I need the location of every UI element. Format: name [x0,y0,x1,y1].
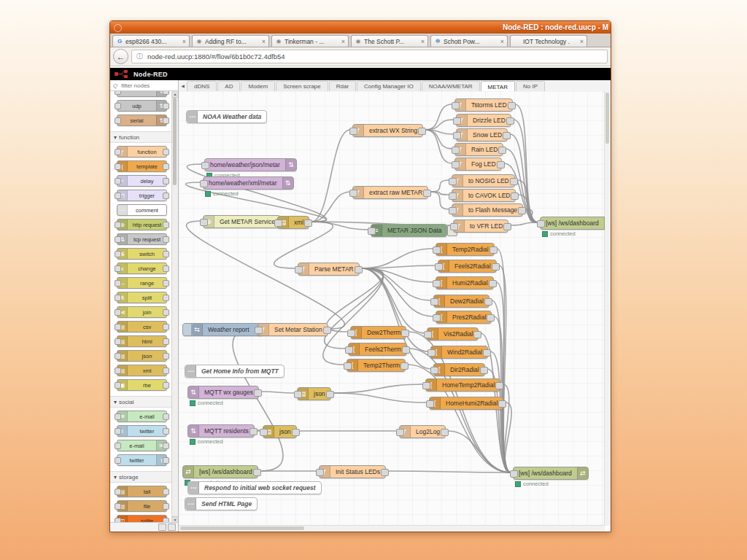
window-menu-icon[interactable] [114,24,122,32]
palette-node-json[interactable]: ▤json [117,350,167,362]
output-port[interactable] [441,429,449,436]
flow-tab-config-manager-io[interactable]: Config Manager IO [357,81,421,91]
wire-f_parse-t_dew2therm[interactable] [326,268,383,332]
input-port[interactable] [316,469,324,476]
input-port[interactable] [295,266,303,273]
wire-f_extract_wx-f_fog[interactable] [425,130,452,163]
input-port[interactable] [349,190,357,197]
window-title-bar[interactable]: Node-RED : node-red.uucp - M [110,21,611,34]
output-port[interactable] [487,314,495,322]
palette-node-e-mail[interactable]: e-mail✉ [117,440,167,451]
palette-scrollbar-thumb[interactable] [173,98,177,185]
node-vis2radial[interactable]: {Vis2Radial [427,327,479,341]
wire-f_parse-t_feels2radial[interactable] [362,265,436,268]
input-port[interactable] [433,246,441,254]
wire-mqtt_in_gauges-json1[interactable] [261,392,295,393]
output-port[interactable] [492,263,500,271]
input-port[interactable] [450,223,458,230]
palette-node-switch[interactable]: ≶switch [117,248,167,260]
palette-node-rbe[interactable]: ▣rbe [117,379,167,391]
input-port[interactable] [453,132,461,139]
tab-close-icon[interactable]: × [500,38,504,45]
palette-category-storage[interactable]: ▾storage [110,471,172,483]
node-tstorms-led[interactable]: ƒTstorms LED [454,98,513,112]
tab-close-icon[interactable]: × [182,38,186,45]
info-icon[interactable]: ⓘ [136,52,143,61]
input-port[interactable] [260,429,268,436]
input-port[interactable] [537,220,545,228]
node-to-flash-message[interactable]: ƒto Flash Message [452,203,523,217]
input-port[interactable] [449,207,457,214]
node-feels2therm[interactable]: {Feels2Therm [348,343,407,356]
wire-ws_in-f_set[interactable] [233,329,283,471]
node-log2log[interactable]: ƒLog2Log [399,425,446,438]
scroll-up-icon[interactable]: ▲ [172,91,178,98]
output-port[interactable] [254,389,262,397]
output-port[interactable] [402,346,410,354]
palette-category-function[interactable]: ▾function [110,131,172,143]
flow-tab-screen-scrape[interactable]: Screen scrape [276,81,328,91]
wire-t_humi2radial-ws_out_bot[interactable] [496,282,511,472]
output-port[interactable] [489,246,498,254]
node-hometemp2radial[interactable]: {HomeTemp2Radial [425,378,500,392]
palette-scrollbar[interactable]: ▲ ▼ [171,91,178,523]
input-port[interactable] [345,346,353,354]
palette-node-change[interactable]: ±change [117,262,167,274]
output-port[interactable] [323,327,331,334]
node-metar-json-data[interactable]: ≡METAR JSON Data [371,224,447,237]
tab-close-icon[interactable]: × [341,38,345,45]
node-extract-raw-metar[interactable]: ƒextract raw METAR [352,186,428,199]
input-port[interactable] [510,470,518,478]
node-xml[interactable]: ▤xml [277,216,309,229]
output-port[interactable] [292,429,300,436]
palette-category-social[interactable]: ▾social [110,396,172,408]
palette-node-csv[interactable]: ▤csv [117,321,167,332]
palette-node-template[interactable]: {template [117,160,167,172]
input-port[interactable] [452,147,460,154]
node-temp2radial[interactable]: {Temp2Radial [436,243,495,256]
wire-f_extract_wx-f_drizzle[interactable] [425,120,454,130]
node-home-weather-xml-metar[interactable]: home/weather/xml/metar⇅connected [203,176,294,190]
node-init-status-leds[interactable]: ƒInit Status LEDs [319,465,386,478]
node-respond-to-initial-web-socket-request[interactable]: ⋯Respond to initial web socket request [187,481,322,494]
palette-node-xml[interactable]: ▤xml [117,365,167,376]
output-port[interactable] [511,192,519,200]
palette-node-comment[interactable]: ⋯comment [117,204,167,216]
browser-tab-tinkerman[interactable]: ◉Tinkerman - ...× [271,35,349,47]
wire-f_vfr-ws_out_top[interactable] [511,222,538,225]
node-home-weather-json-metar[interactable]: home/weather/json/metar⇅connected [204,158,297,171]
canvas-vertical-scrollbar[interactable] [604,91,611,526]
node-pres2radial[interactable]: {Pres2Radial [436,311,492,324]
browser-tab-iot-technology[interactable]: IOT Technology .× [510,35,587,47]
wire-f_extract_raw-f_nosig[interactable] [430,180,449,192]
wire-json1-t_homehumi[interactable] [333,393,427,402]
palette-node-tail[interactable]: ▤tail [117,486,167,497]
output-port[interactable] [506,117,514,125]
node-dew2radial[interactable]: {Dew2Radial [433,295,489,308]
input-port[interactable] [427,349,436,357]
palette-node-file[interactable]: ▤file [117,500,167,512]
palette-node-join[interactable]: ⋈join [117,306,167,318]
output-port[interactable] [508,102,516,109]
node-fog-led[interactable]: ƒFog LED [454,158,502,171]
output-port[interactable] [253,469,261,476]
flow-tab-ddns[interactable]: dDNS [187,81,217,91]
input-port[interactable] [349,128,357,135]
palette-node-html[interactable]: ▤html [117,335,167,347]
output-port[interactable] [418,128,426,135]
h-scroll-thumb[interactable] [180,526,304,530]
palette-collapse-button[interactable] [158,524,166,531]
flow-tab-noaa-wmetar[interactable]: NOAA/WMETAR [422,81,480,91]
browser-tab-schott-pow[interactable]: ☸Schott Pow...× [430,35,508,47]
node-json[interactable]: ▤json [263,425,297,438]
wire-json1-t_hometemp[interactable] [333,384,423,393]
palette-node-twitter[interactable]: twittert [117,454,167,466]
output-port[interactable] [498,400,506,408]
flow-tab-metar[interactable]: METAR [481,81,515,92]
node-noaa-weather-data[interactable]: ⋯NOAA Weather data [186,110,267,123]
output-port[interactable] [484,298,492,306]
node-dir2radial[interactable]: {Dir2Radial [433,363,485,376]
input-port[interactable] [344,362,352,370]
node-dew2therm[interactable]: {Dew2Therm [350,326,406,339]
flow-tab-ad[interactable]: AD [217,81,240,91]
